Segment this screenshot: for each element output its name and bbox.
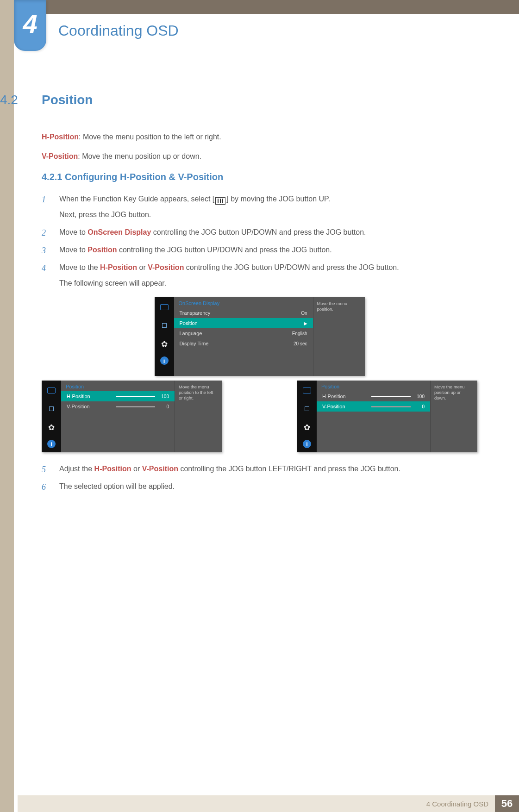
step-text: controlling the JOG button UP/DOWN and p… <box>184 263 399 271</box>
osd-title: Position <box>61 381 175 391</box>
picture-icon <box>301 384 313 396</box>
picture-icon <box>45 384 57 396</box>
v-position-text: : Move the menu position up or down. <box>78 152 201 160</box>
step-number: 6 <box>42 481 46 493</box>
osd-tooltip: Move the menu position. <box>313 297 365 376</box>
osd-title: OnScreen Display <box>174 297 313 308</box>
osd-nav: ✿ i <box>297 381 317 452</box>
section-heading: 4.2 Position <box>0 93 436 107</box>
osd-tooltip: Move the menu position to the left or ri… <box>175 381 222 452</box>
osd-figure-1: ✿ i OnScreen Display Transparency On Pos… <box>42 297 477 376</box>
chapter-badge: 4 <box>14 0 46 51</box>
osd-value: 20 sec <box>294 341 307 346</box>
osd-value: On <box>301 311 307 316</box>
step-highlight: H-Position <box>100 263 137 271</box>
osd-row-vposition-selected: V-Position 0 <box>317 401 430 412</box>
step-number: 5 <box>42 463 46 476</box>
osd-row-position-selected: Position ▶ <box>174 318 313 328</box>
osd-value: 100 <box>158 394 169 399</box>
step-text: Next, press the JOG button. <box>59 209 477 220</box>
osd-row-language: Language English <box>174 328 313 338</box>
step-text: Adjust the <box>59 465 94 473</box>
step-highlight: V-Position <box>142 465 178 473</box>
step-text: Move to the <box>59 263 100 271</box>
slider-bar <box>116 396 155 397</box>
page-content: 4.2 Position H-Position: Move the menu p… <box>0 93 519 499</box>
info-icon: i <box>160 356 169 365</box>
osd-label: V-Position <box>322 404 345 409</box>
picture-icon <box>158 301 170 313</box>
chapter-number: 4 <box>23 9 37 39</box>
osd-main-panel: OnScreen Display Transparency On Positio… <box>174 297 313 376</box>
footer-page-number: 56 <box>495 795 519 812</box>
osd-label: Display Time <box>180 341 209 346</box>
step-text: controlling the JOG button UP/DOWN and p… <box>151 228 366 236</box>
step-number: 2 <box>42 227 46 239</box>
h-position-text: : Move the menu position to the left or … <box>79 133 221 141</box>
osd-label: Transparency <box>180 310 211 316</box>
steps-list-cont: 5 Adjust the H-Position or V-Position co… <box>42 463 477 492</box>
info-icon: i <box>47 440 56 448</box>
osd-value: 0 <box>413 404 425 409</box>
section-title: Position <box>42 93 436 107</box>
osd-row-display-time: Display Time 20 sec <box>174 338 313 349</box>
move-icon <box>301 403 313 415</box>
osd-title: Position <box>317 381 430 391</box>
step-text: When the Function Key Guide appears, sel… <box>59 195 214 203</box>
slider-bar <box>116 406 155 407</box>
move-icon <box>45 403 57 415</box>
osd-row-hposition: H-Position 100 <box>317 391 430 401</box>
step-highlight: Position <box>88 246 117 254</box>
step-5: 5 Adjust the H-Position or V-Position co… <box>42 463 477 475</box>
osd-tooltip: Move the menu position up or down. <box>430 381 477 452</box>
step-text: or <box>137 263 148 271</box>
steps-list: 1 When the Function Key Guide appears, s… <box>42 194 477 289</box>
osd-window: ✿ i OnScreen Display Transparency On Pos… <box>155 297 365 376</box>
osd-window-vpos: ✿ i Position H-Position 100 V-Position 0… <box>297 381 477 452</box>
osd-main-panel: Position H-Position 100 V-Position 0 <box>61 381 175 452</box>
osd-value: 0 <box>158 404 169 409</box>
h-position-desc: H-Position: Move the menu position to th… <box>42 133 477 141</box>
osd-value: English <box>292 331 307 336</box>
move-icon <box>158 319 170 331</box>
chevron-right-icon: ▶ <box>304 321 307 326</box>
step-2: 2 Move to OnScreen Display controlling t… <box>42 227 477 238</box>
osd-label: Position <box>180 320 198 326</box>
v-position-label: V-Position <box>42 152 78 160</box>
step-1: 1 When the Function Key Guide appears, s… <box>42 194 477 220</box>
slider-bar <box>371 396 411 397</box>
step-highlight: H-Position <box>94 465 131 473</box>
step-text: ] by moving the JOG button UP. <box>226 195 330 203</box>
step-highlight: V-Position <box>148 263 184 271</box>
info-icon: i <box>303 440 311 448</box>
top-header-strip <box>41 0 519 14</box>
v-position-desc: V-Position: Move the menu position up or… <box>42 152 477 161</box>
osd-nav: ✿ i <box>42 381 61 452</box>
osd-main-panel: Position H-Position 100 V-Position 0 <box>317 381 430 452</box>
osd-row-transparency: Transparency On <box>174 308 313 318</box>
step-text: The following screen will appear. <box>59 278 477 289</box>
osd-nav: ✿ i <box>155 297 174 376</box>
osd-figure-row: ✿ i Position H-Position 100 V-Position 0… <box>42 381 477 452</box>
step-highlight: OnScreen Display <box>88 228 151 236</box>
osd-row-hposition-selected: H-Position 100 <box>61 391 175 401</box>
slider-bar <box>371 406 411 407</box>
osd-value: 100 <box>413 394 425 399</box>
osd-label: Language <box>180 331 202 336</box>
step-3: 3 Move to Position controlling the JOG b… <box>42 244 477 256</box>
h-position-label: H-Position <box>42 133 79 141</box>
gear-icon: ✿ <box>158 338 170 350</box>
chapter-title: Coordinating OSD <box>58 22 179 39</box>
step-number: 4 <box>42 262 46 275</box>
step-number: 3 <box>42 244 46 257</box>
menu-icon <box>215 197 225 205</box>
section-number: 4.2 <box>0 93 18 107</box>
footer-bar: 4 Coordinating OSD 56 <box>18 795 519 812</box>
step-text: Move to <box>59 228 88 236</box>
step-text: The selected option will be applied. <box>59 482 175 490</box>
step-text: controlling the JOG button UP/DOWN and p… <box>117 246 331 254</box>
osd-label: V-Position <box>67 404 90 409</box>
osd-window-hpos: ✿ i Position H-Position 100 V-Position 0… <box>42 381 222 452</box>
osd-row-vposition: V-Position 0 <box>61 401 175 412</box>
step-number: 1 <box>42 194 46 206</box>
